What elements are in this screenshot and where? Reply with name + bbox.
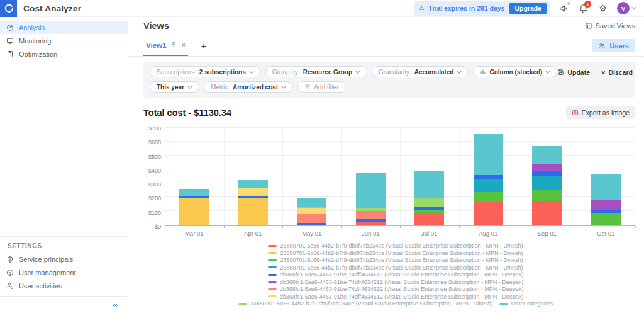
bar-segment[interactable] (414, 171, 444, 198)
trial-banner: ⚠ Trial expires in 291 days Upgrade (414, 1, 550, 16)
bar-segment[interactable] (414, 213, 444, 225)
bar-segment[interactable] (474, 192, 503, 202)
filter-pill-add-filter[interactable]: Add filter (297, 81, 345, 93)
legend-item[interactable]: db368fc1-5ae6-4463-91be-74dff4634512 (Vi… (268, 279, 523, 286)
settings-item-user-management[interactable]: User management (0, 266, 128, 279)
bar-segment[interactable] (356, 211, 386, 219)
tab-view1[interactable]: View1 × (143, 35, 188, 56)
filter-pill-column-stacked-[interactable]: Column (stacked) (473, 66, 557, 77)
legend-swatch (268, 281, 277, 283)
pill-label: Subscriptions: (157, 69, 196, 76)
notifications-button[interactable]: 1 (578, 3, 589, 14)
bar-segment[interactable] (532, 164, 562, 171)
discard-button[interactable]: × Discard (601, 69, 633, 76)
legend-item[interactable]: 23880701-5c66-44b2-b7f9-db0f7cb234ce (Vi… (238, 300, 493, 307)
sidebar-item-optimization[interactable]: Optimization (0, 47, 128, 60)
bar-may-01[interactable] (297, 198, 326, 225)
legend-item[interactable]: db368fc1-5ae6-4463-91be-74dff4634512 (Vi… (268, 286, 523, 293)
x-tick-label: Oct 01 (577, 230, 636, 237)
bar-sep-01[interactable] (532, 146, 562, 225)
filter-pill-2-subscriptions[interactable]: Subscriptions:2 subscriptions (150, 66, 261, 77)
bar-segment[interactable] (474, 134, 503, 175)
bar-segment[interactable] (356, 222, 386, 225)
bar-segment[interactable] (297, 208, 326, 214)
users-icon (598, 42, 606, 50)
bar-segment[interactable] (532, 190, 562, 201)
legend-item[interactable]: db368fc1-5ae6-4463-91be-74dff4634512 (Vi… (268, 271, 523, 278)
bar-segment[interactable] (414, 198, 444, 207)
legend-item[interactable]: 23880701-5c66-44b2-b7f9-db0f7cb234ce (Vi… (268, 257, 523, 264)
bar-segment[interactable] (591, 200, 621, 210)
sidebar-spacer (0, 60, 128, 236)
chevron-down-icon (355, 71, 360, 74)
bar-segment[interactable] (532, 201, 562, 225)
x-tick-label: Jul 01 (400, 230, 459, 237)
bar-segment[interactable] (297, 198, 326, 207)
account-menu[interactable]: V (617, 2, 636, 14)
bar-segment[interactable] (238, 198, 268, 225)
bar-segment[interactable] (297, 214, 326, 223)
legend-swatch (268, 245, 277, 247)
sidebar-item-monitoring[interactable]: Monitoring (0, 34, 128, 47)
upgrade-button[interactable]: Upgrade (509, 3, 547, 14)
x-tick-label: May 01 (282, 230, 341, 237)
pill-value: This year (157, 84, 184, 91)
bar-aug-01[interactable] (474, 134, 503, 225)
bar-oct-01[interactable] (591, 174, 621, 225)
users-button[interactable]: Users (592, 39, 635, 52)
bar-segment[interactable] (238, 188, 268, 196)
topbar-actions: ⚠ Trial expires in 291 days Upgrade 1 ⚙ (414, 1, 644, 16)
close-tab-icon[interactable]: × (181, 41, 186, 50)
legend-label: db368fc1-5ae6-4463-91be-74dff4634512 (Vi… (280, 271, 523, 278)
settings-button[interactable]: ⚙ (597, 3, 608, 14)
y-tick-label: $0 (155, 224, 161, 230)
add-tab-button[interactable]: + (201, 40, 206, 51)
pin-icon[interactable] (170, 42, 177, 49)
bar-segment[interactable] (474, 175, 503, 179)
bar-segment[interactable] (474, 202, 503, 225)
sidebar-item-analysis[interactable]: Analysis (0, 21, 128, 34)
update-label: Update (567, 69, 590, 76)
bar-mar-01[interactable] (179, 189, 209, 225)
bar-segment[interactable] (179, 198, 209, 225)
legend-label: 23880701-5c66-44b2-b7f9-db0f7cb234ce (Vi… (280, 257, 523, 264)
legend-item[interactable]: 23880701-5c66-44b2-b7f9-db0f7cb234ce (Vi… (268, 250, 523, 257)
x-tick-label: Sep 01 (518, 230, 577, 237)
settings-item-user-activities[interactable]: User activities (0, 279, 128, 292)
legend-item[interactable]: 23880701-5c66-44b2-b7f9-db0f7cb234ce (Vi… (268, 242, 523, 249)
sidebar-item-label: Monitoring (19, 37, 51, 45)
x-tick (165, 226, 165, 228)
bar-jul-01[interactable] (414, 171, 444, 225)
bar-segment[interactable] (356, 173, 386, 208)
bar-segment[interactable] (532, 146, 562, 164)
legend-item[interactable]: db368fc1-5ae6-4463-91be-74dff4634512 (Vi… (268, 293, 523, 300)
chevron-down-icon (631, 6, 636, 10)
bar-segment[interactable] (179, 189, 209, 196)
tab-label: View1 (146, 42, 166, 49)
bar-segment[interactable] (474, 179, 503, 192)
filter-toolbar: Subscriptions:2 subscriptionsGroup by:Re… (143, 62, 635, 98)
bar-segment[interactable] (238, 180, 268, 188)
filter-pill-amortized-cost[interactable]: Metric:Amortized cost (204, 81, 293, 93)
bar-segment[interactable] (532, 171, 562, 176)
filter-pill-resource-group[interactable]: Group by:Resource Group (265, 66, 367, 77)
settings-item-service-principals[interactable]: Service principals (0, 253, 128, 266)
bar-segment[interactable] (591, 174, 621, 200)
filter-pill-accumulated[interactable]: Granularity:Accumulated (372, 66, 469, 77)
bar-jun-01[interactable] (356, 173, 386, 225)
collapse-sidebar-button[interactable]: « (113, 300, 118, 310)
announcement-dot (567, 2, 570, 5)
shield-icon (6, 256, 14, 263)
bar-segment[interactable] (591, 213, 621, 225)
bar-segment[interactable] (297, 223, 326, 225)
bar-apr-01[interactable] (238, 180, 268, 225)
announcements-button[interactable] (558, 3, 569, 14)
bar-segment[interactable] (532, 176, 562, 190)
legend-item[interactable]: Other categories (499, 300, 553, 307)
legend-item[interactable]: 23880701-5c66-44b2-b7f9-db0f7cb234ce (Vi… (268, 265, 523, 271)
export-image-button[interactable]: Export as Image (566, 106, 635, 119)
saved-views-button[interactable]: Saved Views (585, 22, 635, 30)
filter-pill-this-year[interactable]: This year (150, 81, 199, 93)
update-button[interactable]: Update (557, 69, 590, 76)
sidebar-item-label: Analysis (19, 24, 45, 31)
